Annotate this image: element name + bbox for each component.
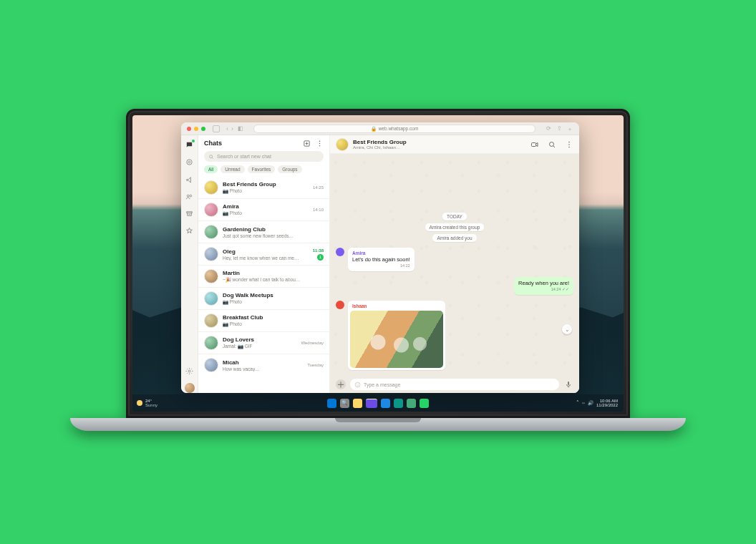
message-sender: Ishaan bbox=[350, 303, 443, 310]
window-zoom-dot[interactable] bbox=[201, 127, 205, 131]
new-tab-icon[interactable]: ＋ bbox=[566, 125, 573, 132]
message-sender: Amira bbox=[352, 251, 410, 256]
chat-avatar bbox=[204, 314, 218, 328]
window-minimize-dot[interactable] bbox=[194, 127, 198, 131]
chat-list-pane: Chats Search or start new chat bbox=[198, 135, 330, 393]
sticker-icon[interactable] bbox=[354, 382, 361, 388]
conversation-pane: Best Friends Group Amira, Chi Chi, Ishaa… bbox=[330, 135, 579, 393]
taskbar-search[interactable]: 🔍 bbox=[340, 399, 349, 408]
message-bubble[interactable]: Amira Let's do this again soon! 14:22 bbox=[348, 248, 415, 271]
browser-window: ‹ › ◧ 🔒 web.whatsapp.com ⟳ ⇪ ＋ bbox=[181, 122, 579, 393]
filter-favorites[interactable]: Favorites bbox=[248, 165, 276, 173]
refresh-icon[interactable]: ⟳ bbox=[545, 125, 552, 132]
nav-channels-icon[interactable] bbox=[185, 174, 195, 184]
scroll-to-bottom-button[interactable]: ⌄ bbox=[562, 324, 572, 334]
search-input[interactable]: Search or start new chat bbox=[204, 151, 324, 162]
system-tray[interactable]: ˄ ⌔ 🔊 10:06 AM 11/29/2022 bbox=[576, 399, 624, 407]
laptop-screen: ‹ › ◧ 🔒 web.whatsapp.com ⟳ ⇪ ＋ bbox=[126, 109, 630, 418]
date-pill: TODAY bbox=[442, 213, 467, 220]
svg-point-13 bbox=[568, 141, 570, 142]
chat-preview: 📷 Photo bbox=[223, 188, 309, 194]
nav-communities-icon[interactable] bbox=[185, 191, 195, 201]
nav-status-icon[interactable] bbox=[185, 157, 195, 167]
attach-button[interactable]: ＋ bbox=[336, 379, 346, 389]
chat-list-item[interactable]: Martin~🎉 wonder what I can talk to abou… bbox=[198, 265, 329, 287]
message-text: Let's do this again soon! bbox=[352, 256, 410, 263]
chat-avatar bbox=[204, 269, 218, 283]
mail-icon[interactable] bbox=[381, 399, 390, 408]
message-bubble[interactable]: Ready when you are! 14:24 ✓✓ bbox=[514, 277, 573, 295]
chat-preview: ~🎉 wonder what I can talk to abou… bbox=[223, 277, 319, 283]
edge-icon[interactable] bbox=[394, 399, 403, 408]
system-message: Amira created this group bbox=[425, 223, 485, 231]
chat-time: 14:25 bbox=[313, 185, 324, 190]
filter-unread[interactable]: Unread bbox=[220, 165, 244, 173]
chat-avatar bbox=[204, 203, 218, 217]
store-icon[interactable] bbox=[407, 399, 416, 408]
filter-all[interactable]: All bbox=[204, 165, 218, 173]
chat-list-item[interactable]: Gardening ClubJust got some new flower s… bbox=[198, 220, 329, 243]
chat-preview: Jamal: 📷 GIF bbox=[223, 344, 296, 349]
volume-icon[interactable]: 🔊 bbox=[588, 400, 593, 406]
chat-list-item[interactable]: OlegHey, let me know when we can me…11:3… bbox=[198, 243, 329, 265]
message-bubble-photo[interactable]: Ishaan bbox=[348, 301, 445, 370]
address-bar[interactable]: 🔒 web.whatsapp.com bbox=[253, 125, 536, 133]
filter-groups[interactable]: Groups bbox=[278, 165, 301, 173]
taskbar-date: 11/29/2022 bbox=[596, 403, 618, 407]
nav-back-icon[interactable]: ‹ bbox=[226, 125, 228, 132]
nav-profile-avatar[interactable] bbox=[185, 383, 195, 393]
nav-archive-icon[interactable] bbox=[185, 208, 195, 218]
chat-name: Best Friends Group bbox=[223, 181, 309, 188]
laptop-mockup: ‹ › ◧ 🔒 web.whatsapp.com ⟳ ⇪ ＋ bbox=[126, 109, 630, 431]
chat-list-item[interactable]: Best Friends Group📷 Photo14:25 bbox=[198, 177, 329, 198]
conversation-avatar bbox=[336, 138, 349, 151]
nav-starred-icon[interactable] bbox=[185, 225, 195, 235]
chat-list-title: Chats bbox=[204, 140, 222, 147]
conversation-body[interactable]: TODAY Amira created this group Amira add… bbox=[330, 154, 579, 376]
share-icon[interactable]: ⇪ bbox=[556, 125, 563, 132]
chevron-up-icon[interactable]: ˄ bbox=[576, 400, 579, 406]
conversation-header[interactable]: Best Friends Group Amira, Chi Chi, Ishaa… bbox=[330, 135, 579, 154]
unread-badge: 1 bbox=[317, 254, 324, 261]
whatsapp-icon[interactable] bbox=[420, 399, 429, 408]
wifi-icon[interactable]: ⌔ bbox=[582, 401, 585, 406]
file-explorer-icon[interactable] bbox=[353, 399, 362, 408]
message-photo[interactable] bbox=[350, 311, 443, 368]
menu-icon[interactable] bbox=[315, 139, 324, 147]
chat-list-item[interactable]: MicahHow was vacay…Tuesday bbox=[198, 354, 329, 376]
teams-icon[interactable] bbox=[366, 399, 377, 408]
sender-avatar bbox=[336, 301, 344, 309]
chat-preview: How was vacay… bbox=[223, 366, 303, 371]
sidebar-toggle-icon[interactable] bbox=[213, 125, 220, 132]
start-button[interactable] bbox=[327, 399, 336, 408]
chat-list-item[interactable]: Breakfast Club📷 Photo bbox=[198, 309, 329, 331]
video-call-icon[interactable] bbox=[530, 140, 539, 149]
nav-forward-icon[interactable]: › bbox=[231, 125, 233, 132]
nav-rail bbox=[181, 135, 198, 393]
new-chat-icon[interactable] bbox=[302, 139, 311, 147]
taskbar-weather[interactable]: 24° Sunny bbox=[132, 399, 158, 407]
nav-chats-icon[interactable] bbox=[185, 140, 195, 150]
chat-preview: 📷 Photo bbox=[223, 210, 309, 216]
chat-list-item[interactable]: Dog Walk Meetups📷 Photo bbox=[198, 287, 329, 309]
svg-point-3 bbox=[190, 195, 192, 197]
sender-avatar bbox=[336, 248, 344, 256]
search-in-chat-icon[interactable] bbox=[548, 140, 556, 149]
svg-point-16 bbox=[355, 382, 360, 387]
windows-taskbar[interactable]: 24° Sunny 🔍 ˄ ⌔ 🔊 bbox=[132, 394, 624, 412]
svg-point-15 bbox=[568, 146, 570, 147]
chat-avatar bbox=[204, 358, 218, 372]
mic-button[interactable] bbox=[563, 379, 573, 389]
message-input[interactable]: Type a message bbox=[350, 379, 559, 390]
nav-settings-icon[interactable] bbox=[185, 366, 195, 376]
svg-point-2 bbox=[187, 195, 189, 197]
chat-list-item[interactable]: Dog LoversJamal: 📷 GIFWednesday bbox=[198, 331, 329, 354]
window-close-dot[interactable] bbox=[187, 127, 191, 131]
conversation-menu-icon[interactable] bbox=[565, 140, 573, 149]
chat-name: Oleg bbox=[223, 248, 309, 255]
chat-name: Gardening Club bbox=[223, 226, 319, 233]
chat-list-item[interactable]: Amira📷 Photo14:10 bbox=[198, 198, 329, 220]
shield-icon[interactable]: ◧ bbox=[237, 125, 244, 132]
message-outgoing: Ready when you are! 14:24 ✓✓ bbox=[336, 277, 573, 295]
chat-name: Micah bbox=[223, 359, 303, 366]
